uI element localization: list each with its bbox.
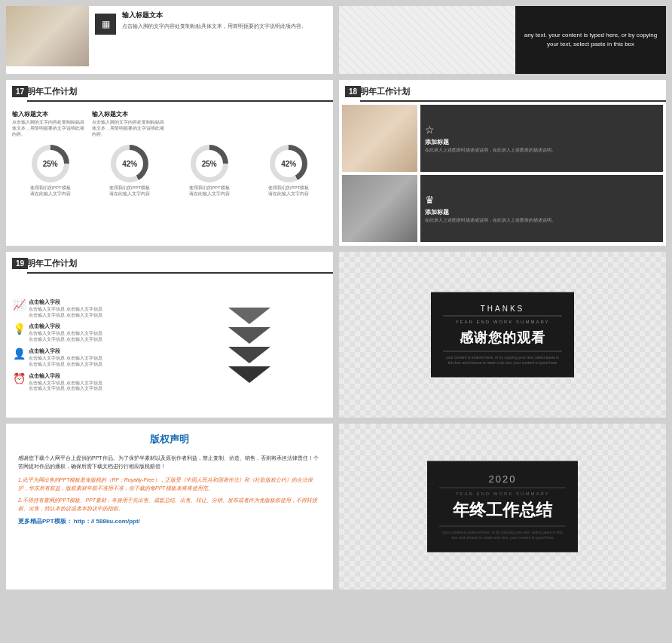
thanks-line-2	[443, 351, 562, 352]
thanks-subtitle: YEAR END WORK SUMMARY	[443, 320, 562, 324]
slide-17-content: 输入标题文本 点击输入脚的文字内容处复制粘贴具体文本，用简明扼要的文字说明此项内…	[6, 102, 333, 245]
dark-band-text: any text. your content is typed here, or…	[515, 28, 666, 52]
slide-topleft-title: 输入标题文本	[122, 11, 327, 20]
thanks-card: THANKS YEAR END WORK SUMMARY 感谢您的观看 your…	[431, 292, 574, 378]
list-item-4: ⏰ 点击输入字段 点击输入文字信息 点击输入文字信息点击输入文字信息 点击输入文…	[12, 372, 168, 393]
list-label-2: 点击输入字段	[29, 323, 168, 330]
stat-1: 25% 使用我们的PPT模板请在此输入文字内容	[12, 145, 89, 197]
slide-top-right: any text. your content is typed here, or…	[339, 6, 666, 74]
list-desc-2: 点击输入文字信息 点击输入文字信息点击输入文字信息 点击输入文字信息	[29, 331, 168, 343]
list-label-3: 点击输入字段	[29, 348, 168, 355]
yearend-desc: your content is entered here, or by copy…	[439, 530, 566, 540]
copy-link: 更多精品PPT模板： http：// 588ku.com/ppt/	[18, 517, 321, 525]
circle-25-1: 25%	[32, 145, 69, 182]
yearend-main: 年终工作总结	[439, 499, 566, 522]
trophy-icon-1: ☆	[425, 124, 658, 136]
circle-42-2: 42%	[270, 145, 307, 182]
list-icon-3: 👤	[12, 348, 26, 360]
circle-25-2: 25%	[191, 145, 228, 182]
slide-18: 18 明年工作计划 ☆ 添加标题 在此录入上述图表时描述或说明，在此录入上述图表…	[339, 80, 666, 246]
copy-item-1: 1.此平为网出售的PPT模板基免版税的（RF：Royalty-Free），正版受…	[18, 476, 321, 492]
copy-link-label: 更多精品PPT模板：	[18, 518, 72, 525]
copy-item-2: 2.不得持有素网的PPT模板、PPT素材，本身用于先出售、成套总结、出售、转让、…	[18, 497, 321, 513]
list-item-1: 📈 点击输入字段 点击输入文字信息 点击输入文字信息点击输入文字信息 点击输入文…	[12, 299, 168, 319]
info-cell-1: ☆ 添加标题 在此录入上述图表时描述或说明，在此录入上述图表的描述说明。	[420, 105, 663, 172]
circle-42-1: 42%	[111, 145, 148, 182]
info-cell-2: ♛ 添加标题 在此录入上述图表时描述或说明，在此录入上述图表的描述说明。	[420, 175, 663, 242]
stat-2: 42% 使用我们的PPT模板请在此输入文字内容	[92, 145, 169, 197]
yearend-card: 2020 YEAR END WORK SUMMARY 年终工作总结 your c…	[427, 461, 578, 553]
list-label-1: 点击输入字段	[29, 299, 168, 306]
stats-row: 25% 使用我们的PPT模板请在此输入文字内容 42% 使用我们的PPT模板请在…	[12, 145, 327, 197]
trophy-icon-2: ♛	[425, 194, 658, 206]
slide-yearend: 2020 YEAR END WORK SUMMARY 年终工作总结 your c…	[339, 424, 666, 589]
col-3	[171, 111, 248, 142]
thanks-line-1	[443, 316, 562, 317]
list-texts-1: 点击输入字段 点击输入文字信息 点击输入文字信息点击输入文字信息 点击输入文字信…	[29, 299, 168, 319]
slide-19: 19 明年工作计划 📈 点击输入字段 点击输入文字信息 点击输入文字信息点击输入…	[6, 252, 333, 418]
stat-4-desc: 使用我们的PPT模板请在此输入文字内容	[251, 185, 328, 197]
dark-band: any text. your content is typed here, or…	[515, 6, 666, 74]
stat-4-label: 42%	[275, 150, 302, 177]
slide-18-grid: ☆ 添加标题 在此录入上述图表时描述或说明，在此录入上述图表的描述说明。 ♛ 添…	[342, 105, 663, 242]
col-1: 输入标题文本 点击输入脚的文字内容处复制粘贴具体文本，用简明扼要的文字说明此项内…	[12, 111, 89, 142]
box-icon: ▦	[102, 19, 110, 29]
arrow-4	[228, 366, 270, 383]
copy-body: 感谢您下载个人网平台上提供的PPT作品。为了保护半素材以及原创作者利益，禁止复制…	[18, 454, 321, 470]
list-icon-4: ⏰	[12, 372, 26, 384]
col-2: 输入标题文本 点击输入脚的文字内容处复制粘贴具体文本，用简明扼要的文字说明此项内…	[92, 111, 169, 142]
stat-1-desc: 使用我们的PPT模板请在此输入文字内容	[12, 185, 89, 197]
info-text-2: 在此录入上述图表时描述或说明，在此录入上述图表的描述说明。	[425, 218, 658, 224]
photo-hand-cell	[342, 105, 417, 172]
list-desc-1: 点击输入文字信息 点击输入文字信息点击输入文字信息 点击输入文字信息	[29, 307, 168, 319]
thanks-desc: your content is entered here, or by copy…	[443, 355, 562, 366]
yearend-subtitle: YEAR END WORK SUMMARY	[439, 491, 566, 496]
yearend-year: 2020	[439, 473, 566, 485]
text-box-area: ▦ 输入标题文本 点击输入脚的文字内容处复制粘贴具体文本，用简明扼要的文字说明此…	[89, 6, 333, 74]
photo-glasses-cell	[342, 175, 417, 242]
thanks-main: 感谢您的观看	[443, 329, 562, 347]
yearend-line-2	[439, 526, 566, 527]
slide-19-title: 明年工作计划	[27, 258, 333, 274]
slide-18-content: ☆ 添加标题 在此录入上述图表时描述或说明，在此录入上述图表的描述说明。 ♛ 添…	[339, 102, 666, 245]
list-texts-4: 点击输入字段 点击输入文字信息 点击输入文字信息点击输入文字信息 点击输入文字信…	[29, 372, 168, 393]
stat-2-desc: 使用我们的PPT模板请在此输入文字内容	[92, 185, 169, 197]
slide-18-number: 18	[345, 86, 361, 97]
slide-19-number: 19	[12, 258, 28, 269]
arrow-1	[228, 308, 270, 324]
icon-box: ▦	[95, 14, 116, 35]
arrow-3	[228, 347, 270, 363]
list-items-col: 📈 点击输入字段 点击输入文字信息 点击输入文字信息点击输入文字信息 点击输入文…	[12, 277, 168, 414]
slide-18-title: 明年工作计划	[360, 86, 666, 102]
list-item-3: 👤 点击输入字段 点击输入文字信息 点击输入文字信息点击输入文字信息 点击输入文…	[12, 348, 168, 368]
col-4	[251, 111, 328, 142]
list-item-2: 💡 点击输入字段 点击输入文字信息 点击输入文字信息点击输入文字信息 点击输入文…	[12, 323, 168, 343]
slide-top-left: ▦ 输入标题文本 点击输入脚的文字内容处复制粘贴具体文本，用简明扼要的文字说明此…	[6, 6, 333, 74]
col-2-header: 输入标题文本	[92, 111, 169, 118]
list-texts-3: 点击输入字段 点击输入文字信息 点击输入文字信息点击输入文字信息 点击输入文字信…	[29, 348, 168, 368]
list-desc-4: 点击输入文字信息 点击输入文字信息点击输入文字信息 点击输入文字信息	[29, 381, 168, 393]
copy-link-url: http：// 588ku.com/ppt/	[74, 518, 140, 525]
col-1-header: 输入标题文本	[12, 111, 89, 118]
arrow-2	[228, 327, 270, 344]
copy-title: 版权声明	[18, 433, 321, 446]
stat-3-desc: 使用我们的PPT模板请在此输入文字内容	[171, 185, 248, 197]
stat-3: 25% 使用我们的PPT模板请在此输入文字内容	[171, 145, 248, 197]
list-label-4: 点击输入字段	[29, 372, 168, 380]
stat-1-label: 25%	[37, 150, 64, 177]
thanks-top: THANKS	[443, 305, 562, 313]
slide-17-cols: 输入标题文本 点击输入脚的文字内容处复制粘贴具体文本，用简明扼要的文字说明此项内…	[12, 111, 327, 142]
col-2-text: 点击输入脚的文字内容处复制粘贴具体文本，用简明扼要的文字说明此项内容。	[92, 120, 169, 137]
info-text-1: 在此录入上述图表时描述或说明，在此录入上述图表的描述说明。	[425, 148, 658, 154]
slide-20: THANKS YEAR END WORK SUMMARY 感谢您的观看 your…	[339, 252, 666, 418]
photo-hand	[6, 6, 89, 66]
yearend-line-1	[439, 488, 566, 488]
stat-2-label: 42%	[116, 150, 143, 177]
stat-3-label: 25%	[196, 150, 223, 177]
info-title-1: 添加标题	[425, 138, 658, 146]
arrows-col	[171, 277, 327, 414]
slide-17-title: 明年工作计划	[27, 86, 333, 102]
slide-19-content: 📈 点击输入字段 点击输入文字信息 点击输入文字信息点击输入文字信息 点击输入文…	[6, 274, 333, 417]
slide-topleft-body: 点击输入脚的文字内容处复制粘贴具体文本，用简明扼要的文字说明此项内容。	[122, 23, 327, 30]
text-content-area: 输入标题文本 点击输入脚的文字内容处复制粘贴具体文本，用简明扼要的文字说明此项内…	[122, 11, 327, 30]
